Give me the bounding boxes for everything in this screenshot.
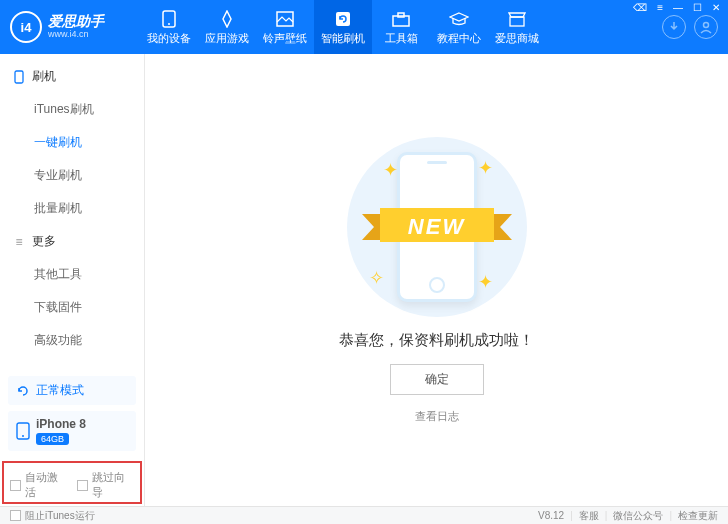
svg-point-7 [704, 23, 709, 28]
checkbox-icon [77, 480, 88, 491]
version-label: V8.12 [538, 510, 564, 521]
nav-label: 应用游戏 [205, 31, 249, 46]
win-close-icon[interactable]: ✕ [710, 2, 722, 13]
nav-label: 铃声壁纸 [263, 31, 307, 46]
footer-link-update[interactable]: 检查更新 [678, 509, 718, 523]
section-title: 更多 [32, 233, 56, 250]
nav-flash[interactable]: 智能刷机 [314, 0, 372, 54]
footer-link-wechat[interactable]: 微信公众号 [613, 509, 663, 523]
nav-ringtone[interactable]: 铃声壁纸 [256, 0, 314, 54]
section-title: 刷机 [32, 68, 56, 85]
view-log-link[interactable]: 查看日志 [415, 409, 459, 424]
sparkle-icon: ✦ [383, 159, 398, 181]
phone-icon [159, 9, 179, 29]
download-button[interactable] [662, 15, 686, 39]
ribbon-text: NEW [408, 214, 465, 240]
sidebar-item-oneclick-flash[interactable]: 一键刷机 [0, 126, 144, 159]
nav-tutorial[interactable]: 教程中心 [430, 0, 488, 54]
sidebar-item-download-firmware[interactable]: 下载固件 [0, 291, 144, 324]
brand-name: 爱思助手 [48, 14, 104, 29]
phone-device-icon [16, 422, 30, 440]
apps-icon [217, 9, 237, 29]
device-name: iPhone 8 [36, 417, 86, 431]
bottom-options-highlighted: 自动激活 跳过向导 [2, 461, 142, 504]
refresh-icon [333, 9, 353, 29]
sidebar-item-advanced[interactable]: 高级功能 [0, 324, 144, 357]
device-box[interactable]: iPhone 8 64GB [8, 411, 136, 451]
checkbox-auto-activate[interactable]: 自动激活 [10, 470, 67, 500]
success-message: 恭喜您，保资料刷机成功啦！ [339, 331, 534, 350]
phone-small-icon [12, 70, 26, 84]
sparkle-icon: ✧ [369, 267, 384, 289]
image-icon [275, 9, 295, 29]
new-ribbon: NEW [362, 204, 512, 250]
device-storage-badge: 64GB [36, 433, 69, 445]
window-controls: ⌫ ≡ — ☐ ✕ [631, 2, 722, 13]
checkbox-icon [10, 480, 21, 491]
sparkle-icon: ✦ [478, 271, 493, 293]
checkbox-skip-wizard[interactable]: 跳过向导 [77, 470, 134, 500]
graduation-icon [449, 9, 469, 29]
checkbox-block-itunes[interactable]: 阻止iTunes运行 [10, 509, 95, 523]
ok-button[interactable]: 确定 [390, 364, 484, 395]
toolbox-icon [391, 9, 411, 29]
top-nav-tabs: 我的设备 应用游戏 铃声壁纸 智能刷机 工具箱 教程中心 爱思商城 [140, 0, 662, 54]
sidebar-item-batch-flash[interactable]: 批量刷机 [0, 192, 144, 225]
svg-rect-8 [15, 71, 23, 83]
nav-label: 爱思商城 [495, 31, 539, 46]
win-menu-icon[interactable]: ⌫ [631, 2, 649, 13]
win-maximize-icon[interactable]: ☐ [691, 2, 704, 13]
svg-point-1 [168, 23, 170, 25]
device-mode-indicator[interactable]: 正常模式 [8, 376, 136, 405]
nav-apps[interactable]: 应用游戏 [198, 0, 256, 54]
nav-label: 智能刷机 [321, 31, 365, 46]
sparkle-icon: ✦ [478, 157, 493, 179]
svg-point-10 [22, 435, 24, 437]
svg-rect-5 [398, 13, 404, 17]
success-hero: ✦ ✦ ✧ ✦ NEW [347, 137, 527, 317]
sidebar-section-flash[interactable]: 刷机 [0, 60, 144, 93]
nav-toolbox[interactable]: 工具箱 [372, 0, 430, 54]
user-button[interactable] [694, 15, 718, 39]
checkbox-label: 阻止iTunes运行 [25, 509, 95, 523]
nav-label: 工具箱 [385, 31, 418, 46]
main-content: ✦ ✦ ✧ ✦ NEW 恭喜您，保资料刷机成功啦！ 确定 查看日志 [145, 54, 728, 506]
mode-label: 正常模式 [36, 382, 84, 399]
nav-label: 我的设备 [147, 31, 191, 46]
footer-link-support[interactable]: 客服 [579, 509, 599, 523]
brand-url: www.i4.cn [48, 30, 104, 40]
nav-my-device[interactable]: 我的设备 [140, 0, 198, 54]
app-logo-area: i4 爱思助手 www.i4.cn [0, 11, 140, 43]
svg-rect-6 [510, 17, 524, 26]
menu-icon: ≡ [12, 235, 26, 249]
checkbox-label: 自动激活 [25, 470, 67, 500]
checkbox-icon [10, 510, 21, 521]
sidebar-item-itunes-flash[interactable]: iTunes刷机 [0, 93, 144, 126]
sidebar-item-pro-flash[interactable]: 专业刷机 [0, 159, 144, 192]
nav-label: 教程中心 [437, 31, 481, 46]
sidebar: 刷机 iTunes刷机 一键刷机 专业刷机 批量刷机 ≡ 更多 其他工具 下载固… [0, 54, 145, 506]
refresh-small-icon [16, 384, 30, 398]
sidebar-section-more[interactable]: ≡ 更多 [0, 225, 144, 258]
win-minimize-icon[interactable]: — [671, 2, 685, 13]
nav-store[interactable]: 爱思商城 [488, 0, 546, 54]
status-bar: 阻止iTunes运行 V8.12 | 客服 | 微信公众号 | 检查更新 [0, 506, 728, 524]
logo-icon: i4 [10, 11, 42, 43]
sidebar-item-other-tools[interactable]: 其他工具 [0, 258, 144, 291]
store-icon [507, 9, 527, 29]
checkbox-label: 跳过向导 [92, 470, 134, 500]
win-hamburger-icon[interactable]: ≡ [655, 2, 665, 13]
